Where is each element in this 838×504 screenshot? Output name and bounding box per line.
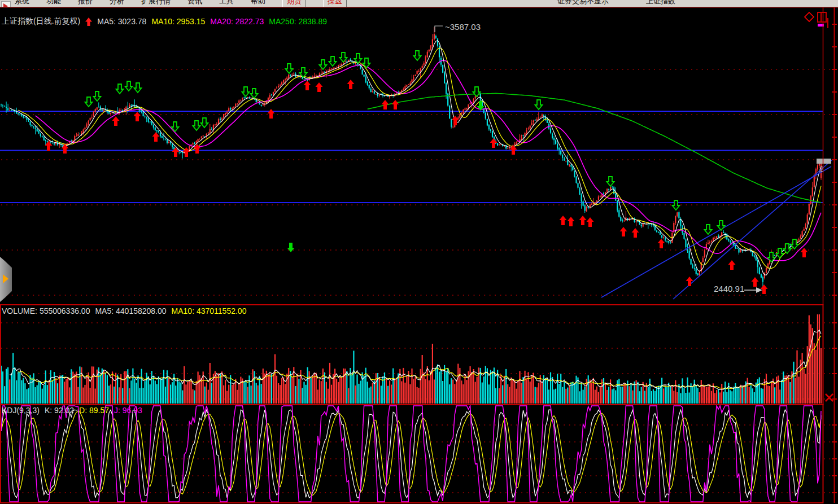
menu-item-5[interactable]: 资讯 <box>187 0 202 6</box>
sell-signal-arrow <box>85 97 93 107</box>
trading-app-window: { "menu_bar": { "items": [ {"label": "系统… <box>0 0 838 504</box>
buy-signal-arrow <box>112 116 120 126</box>
buy-signal-arrow <box>45 141 53 151</box>
buy-signal-arrow <box>728 260 736 270</box>
chart-area[interactable]: 2 <box>0 7 838 504</box>
menu-item-7[interactable]: 帮助 <box>251 0 265 6</box>
buy-signal-arrow <box>152 132 160 142</box>
buy-signal-arrow <box>316 82 323 92</box>
buy-signal-arrow <box>568 217 575 226</box>
diamond-icon[interactable] <box>805 12 814 21</box>
sell-signal-arrow <box>116 84 124 94</box>
buy-signal-arrow <box>579 216 587 225</box>
volume-value: VOLUME: 555006336.00 <box>2 306 90 315</box>
peak-price-annotation: ~3587.03 <box>445 22 481 32</box>
buy-signal-arrow <box>268 109 275 119</box>
status-text: 证券交易不显示 <box>557 0 609 6</box>
buy-signal-arrow <box>587 217 594 227</box>
sell-signal-arrow <box>329 56 337 66</box>
sell-signal-arrow <box>193 121 200 130</box>
volume-ma10-value: MA10: 437011552.00 <box>172 306 247 315</box>
price-chart-canvas[interactable]: 2 <box>0 7 838 504</box>
sell-signal-arrow <box>535 100 543 109</box>
sell-signal-arrow <box>251 89 258 98</box>
menu-hot-item-0[interactable]: 期货 <box>282 0 306 7</box>
sell-signal-arrow <box>784 244 791 253</box>
menu-item-4[interactable]: 扩展行情 <box>141 0 171 6</box>
kdj-pane-close-icon[interactable] <box>826 394 833 401</box>
buy-signal-arrow <box>632 228 639 238</box>
chart-title: 上证指数(日线.前复权) <box>2 16 80 27</box>
buy-signal-arrow <box>560 216 567 225</box>
sell-signal-arrow <box>673 200 680 210</box>
buy-signal-arrow <box>620 227 627 236</box>
volume-pane-header: VOLUME: 555006336.00 MA5: 440158208.00 M… <box>2 306 246 315</box>
sell-signal-arrow <box>94 91 101 101</box>
menu-item-2[interactable]: 报价 <box>78 0 93 6</box>
sell-signal-arrow-solid <box>287 243 295 252</box>
buy-signal-arrow <box>686 277 693 286</box>
sell-signal-arrow <box>201 118 208 128</box>
sell-signal-arrow <box>320 60 327 69</box>
buy-signal-arrow <box>347 80 355 89</box>
ma5-value: MA5: 3023.78 <box>97 17 146 26</box>
sell-signal-arrow <box>473 87 481 97</box>
buy-signal-arrow <box>392 100 399 109</box>
menu-item-1[interactable]: 功能 <box>46 0 61 6</box>
kdj-d-value: D: 89.57 <box>79 406 109 415</box>
sell-signal-arrow <box>414 51 421 60</box>
sell-signal-arrow <box>607 177 614 186</box>
menu-item-0[interactable]: 系统 <box>15 0 29 6</box>
buy-signal-arrow <box>752 277 759 287</box>
red-up-arrow-icon <box>85 17 92 26</box>
ma10-value: MA10: 2953.15 <box>151 17 205 26</box>
main-chart-header: 上证指数(日线.前复权) MA5: 3023.78 MA10: 2953.15 … <box>2 16 327 27</box>
menu-item-6[interactable]: 工具 <box>219 0 234 6</box>
menu-row: 系统功能报价分析扩展行情资讯工具帮助期货操盘证券交易不显示上证指数 <box>0 0 838 7</box>
kdj-k-value: K: 92.02 <box>45 406 74 415</box>
sell-signal-arrow <box>242 87 250 97</box>
ma250-value: MA250: 2838.89 <box>269 17 327 26</box>
expand-arrow-icon <box>3 274 8 283</box>
sell-signal-arrow <box>286 64 293 73</box>
ma20-value: MA20: 2822.73 <box>210 17 264 26</box>
buy-signal-arrow <box>761 284 768 294</box>
menu-hot-item-1[interactable]: 操盘 <box>323 0 347 7</box>
sell-signal-arrow <box>718 221 725 230</box>
sell-signal-arrow <box>134 83 142 93</box>
sell-signal-arrow <box>340 52 347 62</box>
buy-signal-arrow <box>801 248 808 257</box>
sell-signal-arrow <box>705 225 712 234</box>
menu-right-status: 证券交易不显示上证指数 <box>557 0 838 6</box>
buy-signal-arrow <box>304 81 311 90</box>
low-price-annotation: 2440.91 <box>714 284 744 293</box>
symbol-name-text: 上证指数 <box>646 0 675 6</box>
buy-signal-arrow <box>452 116 459 125</box>
last-price-marker <box>817 159 831 164</box>
sell-signal-arrow <box>125 81 133 91</box>
buy-signal-arrow <box>134 112 141 121</box>
kdj-pane-header: KDJ(9,3,3) K: 92.02 D: 89.57 J: 96.93 <box>2 406 142 415</box>
buy-signal-arrow <box>658 239 665 248</box>
top-menu-bar: 系统功能报价分析扩展行情资讯工具帮助期货操盘证券交易不显示上证指数 <box>0 0 838 7</box>
volume-ma5-value: MA5: 440158208.00 <box>95 306 166 315</box>
menu-item-3[interactable]: 分析 <box>110 0 124 6</box>
kdj-name: KDJ(9,3,3) <box>2 406 40 415</box>
kdj-j-value: J: 96.93 <box>114 406 142 415</box>
